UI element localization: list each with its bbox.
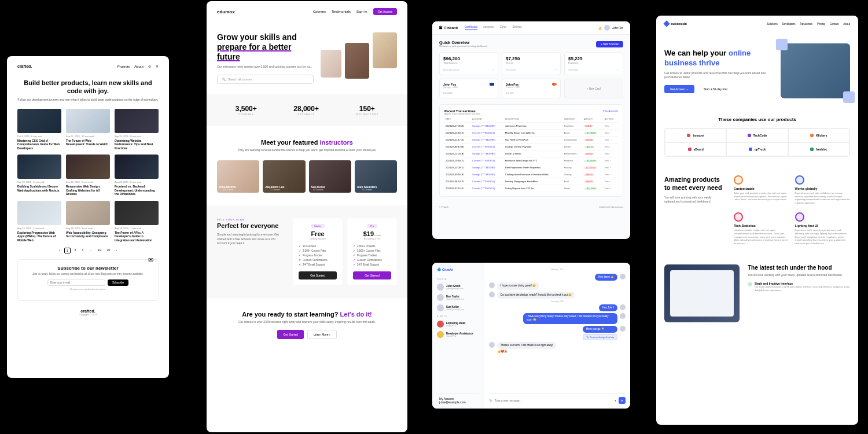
view-link[interactable]: View →: [604, 178, 618, 185]
avatar: [437, 304, 444, 311]
account-card[interactable]: John FoxSavings ••••9034Exp 10/28: [439, 79, 498, 98]
attachment[interactable]: 📎 Custom-design-final.zip: [583, 334, 617, 340]
instructor-card[interactable]: Irma Morton16 Courses: [217, 160, 259, 193]
post-meta: Sep 20, 2023 · 8 min read: [115, 135, 159, 138]
hero-image: [321, 50, 341, 78]
new-card-button[interactable]: + New Card: [564, 79, 623, 98]
footer-logo: crafted.: [17, 309, 159, 313]
page-link[interactable]: ‹: [57, 248, 62, 253]
search-input[interactable]: 🔍Search all courses: [217, 75, 314, 84]
post-title: Web Accessibility: Designing for Inclusi…: [66, 231, 110, 238]
view-link[interactable]: View →: [604, 164, 618, 171]
chat-logo[interactable]: 🔷 ChatAI: [437, 267, 479, 271]
person-item[interactable]: Dan Taylord.taylor@example.com: [437, 292, 479, 303]
person-item[interactable]: Sue Kellers.keller@example.com: [437, 303, 479, 313]
view-link[interactable]: View →: [604, 185, 618, 192]
attach-icon[interactable]: 📎: [489, 399, 492, 402]
cta-secondary-button[interactable]: Learn More ›: [307, 330, 337, 339]
blog-post[interactable]: Sep 15, 2023 · 3 min readBuilding Scalab…: [17, 155, 61, 196]
tab-cards[interactable]: Cards: [500, 25, 507, 30]
cube-logo[interactable]: cubecode: [664, 21, 687, 26]
view-link[interactable]: View →: [604, 137, 618, 144]
view-accounts-link[interactable]: View Accounts: [603, 109, 618, 115]
nav-testimonials[interactable]: Testimonials: [332, 10, 351, 13]
view-link[interactable]: View →: [604, 150, 618, 157]
nav-link[interactable]: Solutions: [767, 23, 778, 25]
page-link[interactable]: 19: [96, 248, 103, 253]
nav-link[interactable]: Contact: [830, 23, 839, 25]
crafted-logo[interactable]: crafted.: [17, 64, 32, 68]
trial-button[interactable]: Start a 30-day trial: [698, 85, 733, 93]
bot-item[interactable]: Exploring IdeasUsing GPT-4: [437, 319, 479, 329]
nav-signin[interactable]: Sign In: [356, 10, 367, 13]
post-image: [66, 155, 110, 179]
summary-card: $5,225ExpensesThis month⋯: [564, 52, 623, 75]
footer-right: Crafted with ♥ by pixelcave: [599, 206, 623, 208]
user-menu[interactable]: 🔔John Pon: [598, 25, 623, 31]
instructor-card[interactable]: Alejandro Lee12 Courses: [263, 160, 305, 193]
github-icon[interactable]: ⊙: [148, 64, 151, 68]
x-icon[interactable]: ✕: [156, 64, 159, 68]
page-link[interactable]: 2: [73, 248, 78, 253]
pro-plan-button[interactable]: Get Started: [353, 271, 391, 279]
bell-icon[interactable]: 🔔: [598, 27, 602, 30]
nav-link[interactable]: Resources: [800, 23, 812, 25]
subscribe-button[interactable]: Subscribe: [108, 279, 128, 286]
view-link[interactable]: View →: [604, 171, 618, 178]
finbank-logo[interactable]: 🏛 Finbank: [439, 26, 458, 30]
blog-post[interactable]: Aug 24, 2023 · 5 min readExploring Progr…: [17, 201, 61, 242]
companies-title: These companies use our products: [664, 117, 850, 122]
cubecode-card: cubecode SolutionsDevelopersResourcesPri…: [656, 16, 858, 425]
blog-post[interactable]: Sep 22, 2023 · 10 min readThe Future of …: [66, 109, 110, 150]
view-link[interactable]: View →: [604, 123, 618, 130]
blog-post[interactable]: Sep 12, 2023 · 6 min readResponsive Web …: [66, 155, 110, 196]
view-link[interactable]: View →: [604, 144, 618, 150]
cta-primary-button[interactable]: Get Started: [277, 330, 304, 339]
message-input[interactable]: [495, 399, 612, 402]
email-input[interactable]: [47, 279, 105, 286]
post-title: Mastering CSS Grid: A Comprehensive Guid…: [17, 139, 61, 150]
message: Thanks so much, I will check it out righ…: [489, 342, 591, 353]
page-link[interactable]: ›: [114, 248, 119, 253]
blog-post[interactable]: Sep 20, 2023 · 8 min readOptimizing Webs…: [115, 109, 159, 150]
reactions[interactable]: 👍❤️🎉: [497, 350, 557, 353]
edumax-logo[interactable]: edumox: [217, 9, 235, 14]
post-meta: Aug 18, 2023 · 7 min read: [115, 227, 159, 230]
page-link[interactable]: 3: [80, 248, 85, 253]
nav-about[interactable]: About: [134, 65, 144, 68]
feature: Lighting fast UIExperience swift, seamle…: [795, 212, 851, 245]
my-account[interactable]: My Accountj.doe@example.com: [437, 393, 479, 404]
company-logo: upTruck: [726, 142, 788, 156]
blog-post[interactable]: Oct 3, 2023 · 6 min readMastering CSS Gr…: [17, 109, 61, 150]
instructor-card[interactable]: Sue Keller30 Courses: [309, 160, 351, 193]
free-plan-button[interactable]: Get Started: [299, 271, 337, 279]
blog-post[interactable]: Aug 18, 2023 · 7 min readThe Power of AP…: [115, 201, 159, 242]
plus-icon[interactable]: +: [615, 399, 616, 402]
tab-accounts[interactable]: Accounts: [483, 25, 494, 30]
nav-link[interactable]: Pricing: [817, 23, 825, 25]
person-item[interactable]: John Smithj.smith@example.com: [437, 282, 479, 292]
page-link[interactable]: 20: [105, 248, 112, 253]
nav-projects[interactable]: Projects: [117, 65, 130, 68]
view-link[interactable]: View →: [604, 130, 618, 137]
blog-post[interactable]: Aug 28, 2023 · 8 min readFrontend vs. Ba…: [115, 155, 159, 196]
table-row: 2024-09-17 09:20Savings (****3456789)Joh…: [444, 123, 618, 130]
page-link[interactable]: …: [87, 248, 94, 253]
bot-item[interactable]: Developer AssistanceUsing GPT-4: [437, 329, 479, 340]
nav-link[interactable]: About: [843, 23, 850, 25]
account-card[interactable]: John FoxCurrent ••••2314Exp 3/29: [502, 79, 561, 98]
newsletter-box: ✉ Subscribe to our newsletter Join us to…: [17, 259, 159, 301]
page-link[interactable]: 1: [64, 248, 71, 253]
nav-courses[interactable]: Courses: [313, 10, 326, 13]
feature-icon: [734, 212, 743, 222]
get-access-button[interactable]: Get Access →: [664, 85, 694, 93]
send-button[interactable]: ➤: [619, 397, 626, 404]
get-access-button[interactable]: Get Access: [373, 8, 397, 15]
tab-dashboard[interactable]: Dashboard: [465, 25, 477, 30]
new-transfer-button[interactable]: + New Transfer: [596, 41, 623, 47]
view-link[interactable]: View →: [604, 157, 618, 164]
instructor-card[interactable]: Alex Saunders12 Courses: [355, 160, 397, 193]
tab-settings[interactable]: Settings: [513, 25, 522, 30]
blog-post[interactable]: Aug 18, 2023 · 8 min readWeb Accessibili…: [66, 201, 110, 242]
nav-link[interactable]: Developers: [782, 23, 796, 25]
